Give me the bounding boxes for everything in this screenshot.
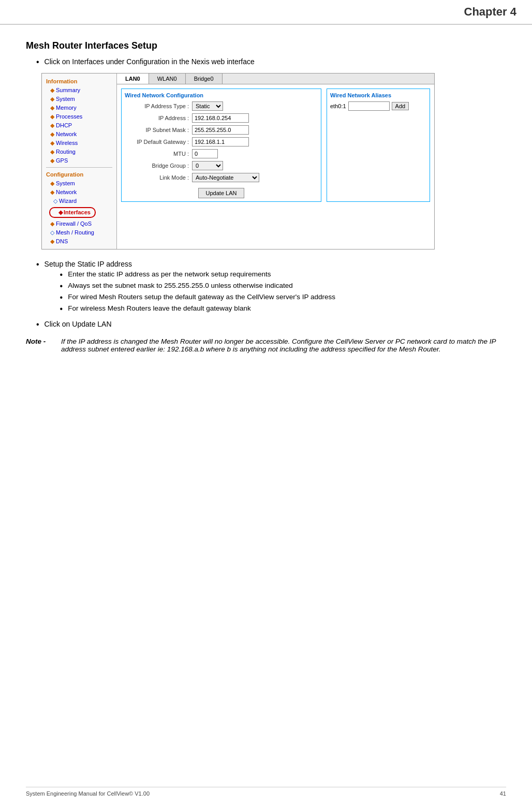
page-footer: System Engineering Manual for CellView© …	[26, 787, 506, 797]
note-section: Note - If the IP address is changed the …	[26, 338, 506, 353]
aliases-add-button[interactable]: Add	[392, 102, 409, 110]
ip-subnet-label: IP Subnet Mask :	[125, 127, 192, 133]
ip-subnet-row: IP Subnet Mask :	[125, 125, 318, 135]
footer-right: 41	[500, 790, 506, 797]
nav-network-config[interactable]: ◆Network	[42, 188, 116, 197]
wired-config-panel: Wired Network Configuration IP Address T…	[121, 89, 321, 202]
ip-type-select[interactable]: Static DHCP	[192, 101, 223, 111]
interface-screenshot: Information ◆Summary ◆System ◆Memory ◆Pr…	[41, 73, 435, 250]
nav-dns[interactable]: ◆DNS	[42, 237, 116, 246]
setup-bullets: Setup the Static IP address Enter the st…	[26, 260, 506, 329]
section-title: Mesh Router Interfaces Setup	[26, 40, 506, 51]
footer-left: System Engineering Manual for CellView© …	[26, 790, 150, 797]
ip-subnet-input[interactable]	[192, 125, 249, 135]
bridge-group-label: Bridge Group :	[125, 163, 192, 169]
aliases-row: eth0:1 Add	[330, 101, 426, 111]
info-section-label: Information	[42, 77, 116, 86]
ip-type-label: IP Address Type :	[125, 103, 192, 109]
wired-config-title: Wired Network Configuration	[125, 92, 318, 98]
update-lan-bullet: Click on Update LAN	[36, 320, 506, 329]
sub-bullet-4: For wireless Mesh Routers leave the defa…	[60, 304, 335, 314]
wired-aliases-panel: Wired Network Aliases eth0:1 Add	[327, 89, 430, 202]
sub-bullet-1: Enter the static IP address as per the n…	[60, 270, 335, 280]
ip-type-row: IP Address Type : Static DHCP	[125, 101, 318, 111]
main-content: Mesh Router Interfaces Setup Click on In…	[0, 35, 532, 374]
link-mode-label: Link Mode :	[125, 174, 192, 181]
mtu-input[interactable]	[192, 149, 218, 158]
ip-gateway-label: IP Default Gateway :	[125, 139, 192, 145]
note-text: If the IP address is changed the Mesh Ro…	[61, 338, 506, 353]
nav-firewall[interactable]: ◆Firewall / QoS	[42, 219, 116, 228]
setup-static-bullet: Setup the Static IP address Enter the st…	[36, 260, 506, 316]
ip-gateway-input[interactable]	[192, 137, 249, 146]
tab-bridge0[interactable]: Bridge0	[186, 74, 223, 84]
iface-tab-bar: LAN0 WLAN0 Bridge0	[117, 74, 434, 84]
nav-wizard[interactable]: ◇Wizard	[42, 197, 116, 206]
iface-sidebar: Information ◆Summary ◆System ◆Memory ◆Pr…	[42, 74, 117, 249]
bridge-group-row: Bridge Group : 0 1	[125, 161, 318, 170]
config-section-label: Configuration	[42, 170, 116, 179]
ip-address-label: IP Address :	[125, 115, 192, 121]
intro-bullets: Click on Interfaces under Configuration …	[26, 57, 506, 67]
tab-lan0[interactable]: LAN0	[117, 74, 149, 84]
tab-wlan0[interactable]: WLAN0	[149, 74, 186, 84]
ip-gateway-row: IP Default Gateway :	[125, 137, 318, 146]
note-label: Note -	[26, 338, 57, 353]
mtu-row: MTU :	[125, 149, 318, 158]
nav-routing[interactable]: ◆Routing	[42, 148, 116, 156]
chapter-title: Chapter 4	[464, 5, 516, 18]
update-lan-button[interactable]: Update LAN	[198, 188, 245, 198]
nav-system-config[interactable]: ◆System	[42, 179, 116, 188]
nav-memory[interactable]: ◆Memory	[42, 104, 116, 112]
sub-bullets-list: Enter the static IP address as per the n…	[60, 270, 335, 314]
iface-main-area: LAN0 WLAN0 Bridge0 Wired Network Configu…	[117, 74, 434, 249]
nav-interfaces[interactable]: ◆Interfaces	[49, 207, 96, 218]
bridge-group-select[interactable]: 0 1	[192, 161, 223, 170]
tab-spacer	[223, 74, 434, 84]
nav-processes[interactable]: ◆Processes	[42, 112, 116, 121]
update-lan-text: Click on Update LAN	[45, 320, 112, 328]
iface-config-area: Wired Network Configuration IP Address T…	[117, 84, 434, 206]
nav-gps[interactable]: ◆GPS	[42, 156, 116, 165]
link-mode-row: Link Mode : Auto-Negotiate 10 Mbps Half …	[125, 173, 318, 182]
sub-bullet-2: Always set the subnet mask to 255.255.25…	[60, 282, 335, 291]
update-row: Update LAN	[125, 185, 318, 198]
intro-bullet-1: Click on Interfaces under Configuration …	[36, 57, 506, 67]
setup-static-text: Setup the Static IP address	[45, 260, 132, 268]
chapter-header: Chapter 4	[0, 0, 532, 25]
nav-network-info[interactable]: ◆Network	[42, 130, 116, 139]
nav-wireless[interactable]: ◆Wireless	[42, 139, 116, 148]
ip-address-row: IP Address :	[125, 113, 318, 123]
nav-mesh[interactable]: ◇Mesh / Routing	[42, 228, 116, 237]
mtu-label: MTU :	[125, 151, 192, 157]
ip-address-input[interactable]	[192, 113, 249, 123]
aliases-input[interactable]	[348, 101, 390, 111]
aliases-label: eth0:1	[330, 103, 346, 109]
sub-bullet-3: For wired Mesh Routers setup the default…	[60, 293, 335, 302]
wired-aliases-title: Wired Network Aliases	[330, 92, 426, 98]
nav-dhcp[interactable]: ◆DHCP	[42, 121, 116, 130]
nav-interfaces-wrapper: ◆Interfaces	[42, 206, 116, 219]
nav-summary[interactable]: ◆Summary	[42, 86, 116, 95]
nav-system-info[interactable]: ◆System	[42, 95, 116, 104]
link-mode-select[interactable]: Auto-Negotiate 10 Mbps Half 10 Mbps Full…	[192, 173, 259, 182]
